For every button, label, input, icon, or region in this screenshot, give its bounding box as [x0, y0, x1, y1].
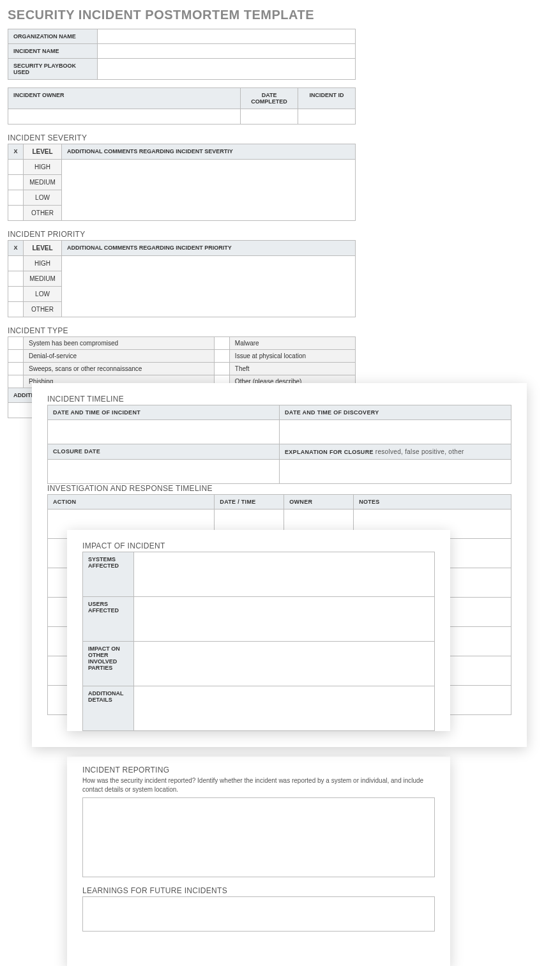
type-check[interactable] [8, 350, 24, 363]
priority-table: X LEVEL ADDITIONAL COMMENTS REGARDING IN… [8, 240, 356, 317]
dt-discovery-value[interactable] [280, 420, 511, 426]
owner-table: INCIDENT OWNER DATE COMPLETED INCIDENT I… [8, 87, 356, 125]
dt-incident-label: DATE AND TIME OF INCIDENT [48, 405, 280, 420]
type-check[interactable] [214, 363, 229, 375]
priority-levelcol: LEVEL [24, 241, 62, 256]
priority-level-other: OTHER [24, 302, 62, 317]
playbook-label: SECURITY PLAYBOOK USED [8, 59, 98, 80]
priority-commentscol: ADDITIONAL COMMENTS REGARDING INCIDENT P… [62, 241, 356, 256]
priority-x-low[interactable] [8, 287, 24, 302]
severity-x-medium[interactable] [8, 175, 24, 190]
priority-xcol: X [8, 241, 24, 256]
severity-level-medium: MEDIUM [24, 175, 62, 190]
severity-level-low: LOW [24, 190, 62, 206]
priority-level-high: HIGH [24, 256, 62, 271]
type-check[interactable] [8, 363, 24, 375]
owner-label: INCIDENT OWNER [8, 88, 241, 109]
page-overlay-1: INCIDENT TIMELINE DATE AND TIME OF INCID… [32, 383, 527, 426]
dt-incident-value[interactable] [48, 420, 280, 426]
priority-title: INCIDENT PRIORITY [8, 230, 552, 239]
type-left-0: System has been compromised [24, 337, 215, 350]
priority-level-medium: MEDIUM [24, 271, 62, 287]
type-right-1: Issue at physical location [229, 350, 355, 363]
type-right-2: Theft [229, 363, 355, 375]
severity-commentscol: ADDITIONAL COMMENTS REGARDING INCIDENT S… [62, 144, 356, 160]
timeline-table: DATE AND TIME OF INCIDENT DATE AND TIME … [47, 405, 511, 426]
incident-id-label: INCIDENT ID [298, 88, 356, 109]
type-check[interactable] [8, 337, 24, 350]
type-left-2: Sweeps, scans or other reconnaissance [24, 363, 215, 375]
severity-level-other: OTHER [24, 206, 62, 221]
type-check[interactable] [214, 337, 229, 350]
type-title: INCIDENT TYPE [8, 326, 552, 335]
severity-x-high[interactable] [8, 160, 24, 175]
severity-level-high: HIGH [24, 160, 62, 175]
priority-level-low: LOW [24, 287, 62, 302]
priority-x-other[interactable] [8, 302, 24, 317]
severity-x-low[interactable] [8, 190, 24, 206]
severity-levelcol: LEVEL [24, 144, 62, 160]
date-completed-label: DATE COMPLETED [241, 88, 298, 109]
incident-value[interactable] [98, 44, 356, 59]
owner-value[interactable] [8, 109, 241, 125]
meta-table: ORGANIZATION NAME INCIDENT NAME SECURITY… [8, 29, 356, 80]
severity-xcol: X [8, 144, 24, 160]
incident-id-value[interactable] [298, 109, 356, 125]
priority-x-medium[interactable] [8, 271, 24, 287]
severity-x-other[interactable] [8, 206, 24, 221]
page-title: SECURITY INCIDENT POSTMORTEM TEMPLATE [8, 8, 552, 22]
incident-label: INCIDENT NAME [8, 44, 98, 59]
org-value[interactable] [98, 29, 356, 44]
type-check[interactable] [8, 375, 24, 388]
priority-x-high[interactable] [8, 256, 24, 271]
priority-comments[interactable] [62, 256, 356, 317]
type-right-0: Malware [229, 337, 355, 350]
playbook-value[interactable] [98, 59, 356, 80]
severity-table: X LEVEL ADDITIONAL COMMENTS REGARDING IN… [8, 144, 356, 221]
severity-comments[interactable] [62, 160, 356, 221]
severity-title: INCIDENT SEVERITY [8, 133, 552, 142]
dt-discovery-label: DATE AND TIME OF DISCOVERY [280, 405, 511, 420]
type-check[interactable] [214, 350, 229, 363]
org-label: ORGANIZATION NAME [8, 29, 98, 44]
date-completed-value[interactable] [241, 109, 298, 125]
type-left-1: Denial-of-service [24, 350, 215, 363]
timeline-title: INCIDENT TIMELINE [47, 395, 511, 404]
